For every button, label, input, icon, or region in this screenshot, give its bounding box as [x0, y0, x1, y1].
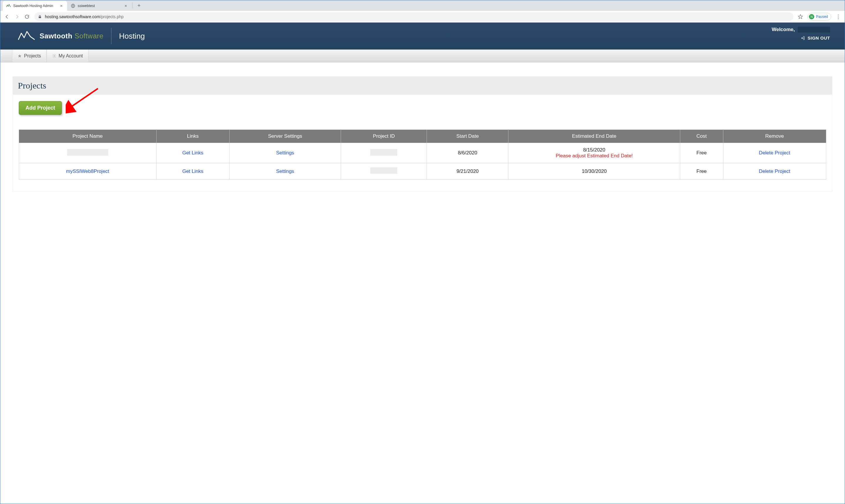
settings-link[interactable]: Settings: [276, 150, 294, 156]
redacted-block: [370, 167, 397, 174]
cell-cost: Free: [680, 163, 723, 180]
cell-project-id: [341, 143, 427, 163]
col-project-name: Project Name: [19, 130, 157, 143]
address-path: /projects.php: [100, 14, 123, 19]
profile-chip[interactable]: N Paused: [808, 13, 831, 20]
col-cost: Cost: [680, 130, 723, 143]
browser-menu-button[interactable]: ⋮: [834, 13, 842, 21]
cell-settings: Settings: [229, 143, 341, 163]
panel-body: Add Project Project Name Links Server Se…: [13, 95, 832, 192]
cell-cost: Free: [680, 143, 723, 163]
lock-icon: [38, 15, 42, 19]
browser-tab-active[interactable]: Sawtooth Hosting Admin ×: [3, 1, 67, 11]
delete-project-link[interactable]: Delete Project: [759, 150, 790, 156]
sign-out-label: SIGN OUT: [808, 35, 830, 40]
cell-project-name: [19, 143, 157, 163]
gear-icon: [52, 54, 56, 58]
col-links: Links: [156, 130, 229, 143]
cell-links: Get Links: [156, 143, 229, 163]
col-server-settings: Server Settings: [229, 130, 341, 143]
svg-marker-8: [18, 54, 21, 57]
settings-link[interactable]: Settings: [276, 168, 294, 174]
profile-avatar: N: [809, 14, 814, 19]
cell-end-date: 8/15/2020Please adjust Estimated End Dat…: [508, 143, 680, 163]
svg-rect-5: [39, 16, 41, 18]
end-date-value: 8/15/2020: [511, 147, 677, 153]
redacted-block: [67, 149, 108, 156]
table-row: mySSIWeb8ProjectGet LinksSettings9/21/20…: [19, 163, 826, 180]
favicon-icon: [6, 3, 11, 8]
nav-forward-button[interactable]: [13, 12, 21, 21]
end-date-warning: Please adjust Estimated End Date!: [511, 153, 677, 159]
header-section-title: Hosting: [119, 32, 145, 41]
projects-table: Project Name Links Server Settings Proje…: [19, 129, 826, 180]
table-header-row: Project Name Links Server Settings Proje…: [19, 130, 826, 143]
panel-header: Projects: [13, 76, 832, 95]
nav-back-button[interactable]: [3, 12, 12, 21]
sign-out-icon: [800, 36, 805, 40]
redacted-block: [370, 149, 397, 156]
add-project-button[interactable]: Add Project: [19, 101, 62, 115]
get-links-link[interactable]: Get Links: [182, 150, 204, 156]
app-nav-tabs: Projects My Account: [0, 50, 845, 62]
welcome-label: Welcome,: [772, 27, 795, 33]
brand-text-soft: Software: [74, 32, 104, 40]
cell-end-date: 10/30/2020: [508, 163, 680, 180]
cell-settings: Settings: [229, 163, 341, 180]
page: Sawtooth Software Hosting Welcome, SIGN …: [0, 22, 845, 206]
nav-reload-button[interactable]: [22, 12, 31, 21]
cell-project-id: [341, 163, 427, 180]
col-remove: Remove: [723, 130, 826, 143]
tab-separator: [132, 3, 133, 8]
nav-tab-account[interactable]: My Account: [47, 50, 89, 62]
cell-links: Get Links: [156, 163, 229, 180]
tab-close-icon[interactable]: ×: [59, 3, 64, 8]
browser-tabstrip: Sawtooth Hosting Admin × ssiwebtest × +: [0, 0, 845, 11]
cell-start-date: 8/6/2020: [427, 143, 508, 163]
cell-remove: Delete Project: [723, 143, 826, 163]
nav-tab-label: My Account: [59, 53, 83, 59]
cell-start-date: 9/21/2020: [427, 163, 508, 180]
brand-text: Sawtooth Software: [39, 32, 104, 40]
header-divider: [111, 28, 111, 44]
address-domain: hosting.sawtoothsoftware.com: [45, 14, 100, 19]
svg-point-9: [54, 55, 55, 57]
browser-tab-title: ssiwebtest: [78, 4, 122, 8]
nav-tab-label: Projects: [24, 53, 41, 59]
sign-out-link[interactable]: SIGN OUT: [772, 35, 830, 40]
app-header: Sawtooth Software Hosting Welcome, SIGN …: [0, 22, 845, 50]
cell-remove: Delete Project: [723, 163, 826, 180]
favicon-icon: [71, 3, 75, 8]
nav-tab-projects[interactable]: Projects: [12, 50, 47, 62]
brand-logo: Sawtooth Software: [18, 30, 104, 42]
welcome-block: Welcome, SIGN OUT: [772, 27, 830, 40]
table-row: Get LinksSettings8/6/20208/15/2020Please…: [19, 143, 826, 163]
col-end-date: Estimated End Date: [508, 130, 680, 143]
profile-label: Paused: [816, 15, 828, 19]
address-bar[interactable]: hosting.sawtoothsoftware.com/projects.ph…: [34, 12, 793, 21]
new-tab-button[interactable]: +: [135, 1, 143, 10]
col-start-date: Start Date: [427, 130, 508, 143]
project-name-link[interactable]: mySSIWeb8Project: [66, 168, 109, 174]
username-redacted: [798, 27, 830, 33]
brand-text-bold: Sawtooth: [39, 32, 72, 40]
browser-tab-title: Sawtooth Hosting Admin: [13, 4, 57, 8]
cell-project-name: mySSIWeb8Project: [19, 163, 157, 180]
browser-toolbar: hosting.sawtoothsoftware.com/projects.ph…: [0, 11, 845, 22]
svg-marker-6: [798, 14, 803, 18]
brand-mark-icon: [18, 30, 35, 42]
delete-project-link[interactable]: Delete Project: [759, 168, 790, 174]
browser-tab[interactable]: ssiwebtest ×: [67, 1, 131, 11]
tab-close-icon[interactable]: ×: [123, 3, 128, 8]
content-area: Projects Add Project Project Name Links …: [0, 62, 845, 206]
bookmark-star-icon[interactable]: [796, 13, 805, 21]
col-project-id: Project ID: [341, 130, 427, 143]
end-date-value: 10/30/2020: [511, 168, 677, 174]
page-title: Projects: [18, 80, 827, 91]
star-icon: [18, 54, 22, 58]
get-links-link[interactable]: Get Links: [182, 168, 204, 174]
